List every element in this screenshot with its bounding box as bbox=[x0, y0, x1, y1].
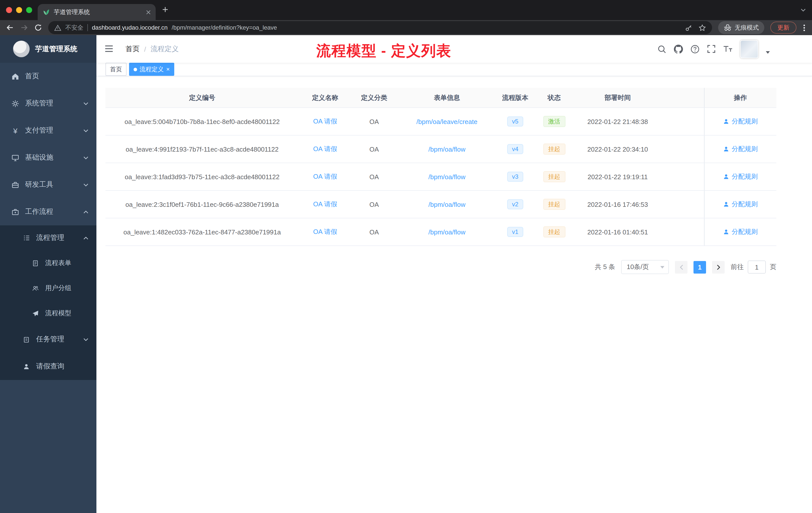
action-label: 分配规则 bbox=[732, 172, 758, 181]
window-close-button[interactable] bbox=[6, 7, 12, 13]
version-badge: v5 bbox=[507, 117, 523, 126]
next-page-button[interactable] bbox=[712, 261, 725, 273]
sidebar-item-task-management[interactable]: 任务管理 bbox=[0, 326, 96, 353]
sidebar-item-leave-query[interactable]: 请假查询 bbox=[0, 353, 96, 380]
tag-home[interactable]: 首页 bbox=[106, 63, 126, 76]
password-key-icon[interactable] bbox=[685, 24, 693, 31]
update-button[interactable]: 更新 bbox=[770, 22, 796, 34]
row-spacer bbox=[660, 163, 704, 190]
window-zoom-button[interactable] bbox=[26, 7, 32, 13]
yen-icon: ¥ bbox=[11, 126, 20, 135]
definition-name-link[interactable]: OA 请假 bbox=[313, 200, 337, 209]
not-secure-warning-icon[interactable] bbox=[54, 24, 61, 31]
sidebar-item-label: 研发工具 bbox=[25, 180, 53, 189]
tab-search-chevron-icon[interactable] bbox=[801, 8, 806, 12]
row-spacer bbox=[660, 108, 704, 135]
sidebar-item-workflow[interactable]: 工作流程 bbox=[0, 198, 96, 225]
page-size-select[interactable]: 10条/页 bbox=[621, 260, 669, 274]
form-info-link[interactable]: /bpm/oa/flow bbox=[428, 228, 465, 236]
sidebar-item-dev-tools[interactable]: 研发工具 bbox=[0, 171, 96, 198]
sidebar-logo[interactable]: 芋道管理系统 bbox=[0, 35, 96, 63]
breadcrumb-home[interactable]: 首页 bbox=[125, 44, 140, 54]
person-icon bbox=[723, 201, 729, 207]
sidebar-item-user-group[interactable]: 用户分组 bbox=[0, 276, 96, 301]
header-actions bbox=[657, 35, 770, 63]
sidebar-item-process-model[interactable]: 流程模型 bbox=[0, 301, 96, 326]
definition-name-link[interactable]: OA 请假 bbox=[313, 228, 337, 236]
assign-rule-link[interactable]: 分配规则 bbox=[723, 117, 758, 126]
tag-process-definition[interactable]: 流程定义 × bbox=[129, 63, 174, 76]
definition-category: OA bbox=[351, 191, 397, 218]
sidebar-item-label: 系统管理 bbox=[25, 99, 53, 108]
goto-label: 前往 bbox=[731, 263, 744, 272]
sidebar-item-label: 首页 bbox=[25, 72, 39, 81]
tag-label: 流程定义 bbox=[140, 65, 164, 73]
bookmark-star-icon[interactable] bbox=[698, 24, 706, 31]
form-info-link[interactable]: /bpm/oa/flow bbox=[428, 145, 465, 153]
security-label[interactable]: 不安全 bbox=[65, 23, 83, 32]
sidebar-item-label: 工作流程 bbox=[25, 207, 53, 216]
goto-page-input[interactable] bbox=[748, 261, 766, 274]
definition-id: oa_leave:5:004b710b-7b8a-11ec-8ef0-acde4… bbox=[106, 108, 299, 135]
app-shell: 芋道管理系统 首页 系统管理 ¥ 支付管理 bbox=[0, 35, 812, 513]
sidebar-item-home[interactable]: 首页 bbox=[0, 63, 96, 90]
definition-name-link[interactable]: OA 请假 bbox=[313, 117, 337, 126]
back-button[interactable] bbox=[6, 24, 14, 32]
user-avatar[interactable] bbox=[740, 40, 758, 58]
prev-page-button[interactable] bbox=[675, 261, 688, 273]
sidebar-item-process-management[interactable]: 流程管理 bbox=[0, 225, 96, 250]
assign-rule-link[interactable]: 分配规则 bbox=[723, 145, 758, 154]
reload-button[interactable] bbox=[34, 24, 42, 32]
update-label: 更新 bbox=[777, 23, 789, 32]
form-info-link[interactable]: /bpm/oa/flow bbox=[428, 201, 465, 208]
clipboard-icon bbox=[22, 336, 31, 342]
status-badge: 挂起 bbox=[543, 171, 565, 182]
sidebar-item-process-form[interactable]: 流程表单 bbox=[0, 250, 96, 276]
column-header: 状态 bbox=[533, 88, 575, 108]
assign-rule-link[interactable]: 分配规则 bbox=[723, 228, 758, 236]
window-minimize-button[interactable] bbox=[16, 7, 22, 13]
new-tab-button[interactable] bbox=[162, 6, 169, 13]
sidebar-item-label: 请假查询 bbox=[36, 362, 64, 371]
briefcase-icon bbox=[11, 208, 20, 216]
assign-rule-link[interactable]: 分配规则 bbox=[723, 172, 758, 181]
sidebar-toggle-icon[interactable] bbox=[105, 45, 114, 53]
page-number-button[interactable]: 1 bbox=[694, 261, 706, 273]
search-icon[interactable] bbox=[657, 44, 666, 54]
browser-tabstrip: 芋道管理系统 bbox=[0, 0, 812, 20]
sidebar-item-label: 任务管理 bbox=[36, 335, 64, 344]
column-header: 操作 bbox=[704, 88, 776, 108]
browser-menu-icon[interactable] bbox=[803, 24, 806, 31]
form-info-link[interactable]: /bpm/oa/flow bbox=[428, 173, 465, 180]
font-size-icon[interactable] bbox=[723, 45, 733, 53]
main-area: 首页 / 流程定义 流程模型 - 定义列表 bbox=[96, 35, 812, 513]
form-info-link[interactable]: /bpm/oa/leave/create bbox=[416, 118, 477, 125]
sidebar-item-system[interactable]: 系统管理 bbox=[0, 90, 96, 117]
definition-id: oa_leave:1:482ec033-762a-11ec-8477-a2380… bbox=[106, 218, 299, 245]
tab-close-icon[interactable] bbox=[146, 10, 151, 14]
tags-view-bar: 首页 流程定义 × bbox=[96, 63, 812, 76]
sidebar-item-payment[interactable]: ¥ 支付管理 bbox=[0, 117, 96, 144]
tag-close-icon[interactable]: × bbox=[166, 66, 170, 72]
list-icon bbox=[22, 234, 31, 241]
status-badge: 激活 bbox=[543, 116, 565, 127]
definition-name-link[interactable]: OA 请假 bbox=[313, 145, 337, 154]
help-icon[interactable] bbox=[691, 44, 699, 54]
sidebar-item-infrastructure[interactable]: 基础设施 bbox=[0, 144, 96, 171]
assign-rule-link[interactable]: 分配规则 bbox=[723, 200, 758, 209]
deploy-time: 2022-01-22 19:19:11 bbox=[575, 163, 660, 190]
chevron-up-icon bbox=[83, 210, 88, 214]
status-badge: 挂起 bbox=[543, 227, 565, 237]
url-path: /bpm/manager/definition?key=oa_leave bbox=[172, 24, 681, 31]
browser-tab[interactable]: 芋道管理系统 bbox=[38, 4, 156, 20]
address-bar[interactable]: 不安全 dashboard.yudao.iocoder.cn/bpm/manag… bbox=[48, 21, 712, 34]
avatar-caret-icon[interactable] bbox=[766, 51, 770, 54]
person-icon bbox=[723, 229, 729, 235]
definition-name-link[interactable]: OA 请假 bbox=[313, 172, 337, 181]
fullscreen-icon[interactable] bbox=[707, 45, 716, 53]
forward-button[interactable] bbox=[20, 24, 28, 32]
github-icon[interactable] bbox=[674, 44, 683, 54]
breadcrumb-separator: / bbox=[144, 45, 146, 53]
toolbox-icon bbox=[11, 181, 20, 188]
definition-category: OA bbox=[351, 108, 397, 135]
